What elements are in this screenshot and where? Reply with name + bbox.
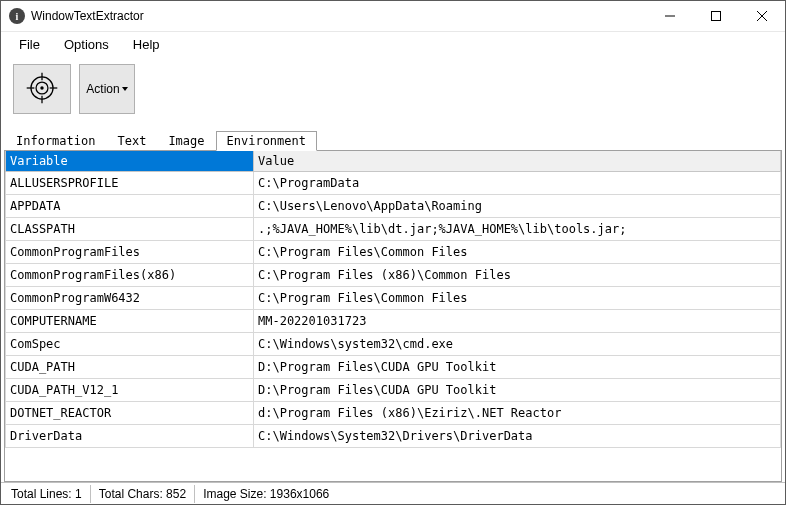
table-row[interactable]: CommonProgramFilesC:\Program Files\Commo… <box>6 241 781 264</box>
cell-variable: CUDA_PATH_V12_1 <box>6 379 254 402</box>
cell-value: .;%JAVA_HOME%\lib\dt.jar;%JAVA_HOME%\lib… <box>254 218 781 241</box>
cell-variable: CommonProgramW6432 <box>6 287 254 310</box>
status-image-size: Image Size: 1936x1066 <box>195 485 337 503</box>
table-row[interactable]: CUDA_PATHD:\Program Files\CUDA GPU Toolk… <box>6 356 781 379</box>
table-row[interactable]: APPDATAC:\Users\Lenovo\AppData\Roaming <box>6 195 781 218</box>
cell-variable: CLASSPATH <box>6 218 254 241</box>
cell-value: C:\Program Files\Common Files <box>254 241 781 264</box>
toolbar: Action <box>1 56 785 130</box>
status-total-lines: Total Lines: 1 <box>3 485 91 503</box>
cell-variable: APPDATA <box>6 195 254 218</box>
window-title: WindowTextExtractor <box>31 9 647 23</box>
menu-file[interactable]: File <box>9 35 50 54</box>
table-row[interactable]: DOTNET_REACTORd:\Program Files (x86)\Ezi… <box>6 402 781 425</box>
menubar: File Options Help <box>1 32 785 56</box>
cell-variable: DriverData <box>6 425 254 448</box>
table-row[interactable]: DriverDataC:\Windows\System32\Drivers\Dr… <box>6 425 781 448</box>
cell-value: MM-202201031723 <box>254 310 781 333</box>
cell-variable: COMPUTERNAME <box>6 310 254 333</box>
cell-value: D:\Program Files\CUDA GPU Toolkit <box>254 379 781 402</box>
action-label: Action <box>86 82 119 96</box>
col-header-variable[interactable]: Variable <box>6 151 254 172</box>
table-row[interactable]: CommonProgramFiles(x86)C:\Program Files … <box>6 264 781 287</box>
close-button[interactable] <box>739 1 785 31</box>
cell-value: C:\Program Files\Common Files <box>254 287 781 310</box>
tabstrip: Information Text Image Environment <box>1 130 785 150</box>
tab-environment[interactable]: Environment <box>216 131 317 151</box>
tab-image[interactable]: Image <box>157 131 215 151</box>
tab-information[interactable]: Information <box>5 131 106 151</box>
col-header-value[interactable]: Value <box>254 151 781 172</box>
cell-value: C:\Windows\system32\cmd.exe <box>254 333 781 356</box>
table-row[interactable]: CUDA_PATH_V12_1D:\Program Files\CUDA GPU… <box>6 379 781 402</box>
window-controls <box>647 1 785 31</box>
menu-help[interactable]: Help <box>123 35 170 54</box>
cell-variable: ALLUSERSPROFILE <box>6 172 254 195</box>
environment-grid: Variable Value ALLUSERSPROFILEC:\Program… <box>5 151 781 448</box>
cell-value: C:\Windows\System32\Drivers\DriverData <box>254 425 781 448</box>
cell-value: d:\Program Files (x86)\Eziriz\.NET React… <box>254 402 781 425</box>
cell-variable: CUDA_PATH <box>6 356 254 379</box>
cell-variable: CommonProgramFiles(x86) <box>6 264 254 287</box>
tab-text[interactable]: Text <box>106 131 157 151</box>
caret-down-icon <box>122 87 128 91</box>
app-icon <box>9 8 25 24</box>
maximize-button[interactable] <box>693 1 739 31</box>
cell-value: C:\Users\Lenovo\AppData\Roaming <box>254 195 781 218</box>
table-row[interactable]: CommonProgramW6432C:\Program Files\Commo… <box>6 287 781 310</box>
status-total-chars: Total Chars: 852 <box>91 485 195 503</box>
table-row[interactable]: ALLUSERSPROFILEC:\ProgramData <box>6 172 781 195</box>
menu-options[interactable]: Options <box>54 35 119 54</box>
table-row[interactable]: COMPUTERNAMEMM-202201031723 <box>6 310 781 333</box>
content-panel: Variable Value ALLUSERSPROFILEC:\Program… <box>4 150 782 482</box>
crosshair-icon <box>25 71 59 108</box>
target-finder-button[interactable] <box>13 64 71 114</box>
cell-value: C:\ProgramData <box>254 172 781 195</box>
grid-scroll[interactable]: Variable Value ALLUSERSPROFILEC:\Program… <box>5 151 781 481</box>
action-dropdown-button[interactable]: Action <box>79 64 135 114</box>
minimize-button[interactable] <box>647 1 693 31</box>
cell-value: C:\Program Files (x86)\Common Files <box>254 264 781 287</box>
svg-point-6 <box>40 86 43 89</box>
cell-variable: DOTNET_REACTOR <box>6 402 254 425</box>
statusbar: Total Lines: 1 Total Chars: 852 Image Si… <box>1 482 785 504</box>
titlebar: WindowTextExtractor <box>1 1 785 32</box>
cell-value: D:\Program Files\CUDA GPU Toolkit <box>254 356 781 379</box>
svg-rect-1 <box>712 12 721 21</box>
table-row[interactable]: CLASSPATH.;%JAVA_HOME%\lib\dt.jar;%JAVA_… <box>6 218 781 241</box>
cell-variable: ComSpec <box>6 333 254 356</box>
table-row[interactable]: ComSpecC:\Windows\system32\cmd.exe <box>6 333 781 356</box>
cell-variable: CommonProgramFiles <box>6 241 254 264</box>
